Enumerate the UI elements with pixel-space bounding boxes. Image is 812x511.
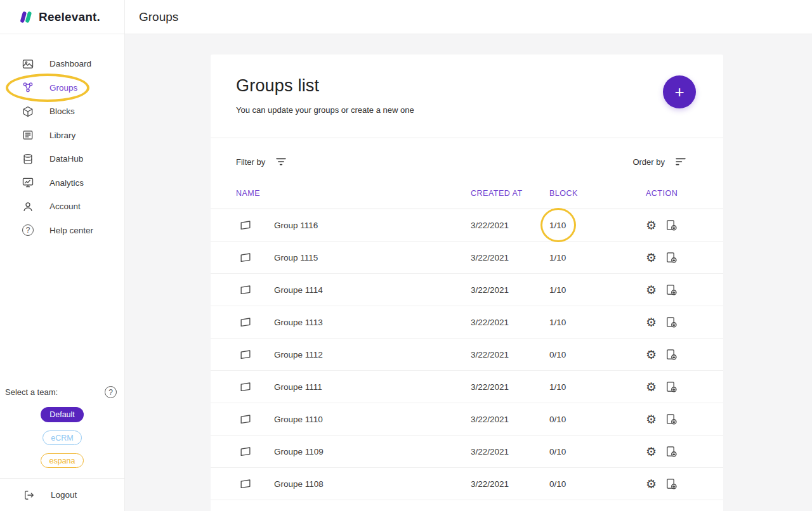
team-pill-default[interactable]: Default: [41, 407, 84, 422]
sidebar-item-label: Account: [49, 202, 81, 211]
table-row[interactable]: Group 11153/22/20211/10⚙: [211, 242, 723, 274]
group-thumbnail-icon: [239, 445, 252, 458]
group-settings-button[interactable]: ⚙: [646, 381, 657, 393]
filter-order-row: Filter by Order by: [211, 138, 723, 178]
group-block-count: 0/10: [549, 447, 646, 456]
group-thumbnail-icon: [239, 477, 252, 490]
group-block-count: 0/10: [549, 350, 646, 359]
top-bar: Reelevant. Groups: [0, 0, 812, 34]
group-name: Groupe 1114: [274, 285, 471, 295]
group-thumbnail-icon: [239, 316, 252, 328]
logout-button[interactable]: Logout: [0, 478, 124, 511]
sidebar-item-label: Blocks: [49, 107, 75, 116]
group-settings-button[interactable]: ⚙: [646, 413, 657, 425]
group-name: Groupe 1113: [274, 318, 471, 327]
sidebar: DashboardGroupsBlocksLibraryDataHubAnaly…: [0, 34, 125, 511]
team-select-label: Select a team:: [5, 387, 58, 397]
sidebar-item-groups[interactable]: Groups: [0, 76, 124, 100]
sort-icon: [674, 155, 688, 169]
group-settings-button[interactable]: ⚙: [646, 349, 657, 361]
order-by-control[interactable]: Order by: [632, 155, 688, 169]
column-header-name: NAME: [236, 189, 471, 198]
group-settings-button[interactable]: ⚙: [646, 446, 657, 458]
group-settings-button[interactable]: ⚙: [646, 284, 657, 296]
team-pill-ecrm[interactable]: eCRM: [43, 430, 82, 445]
group-thumbnail-icon: [239, 251, 252, 264]
sidebar-spacer: [0, 242, 124, 386]
filter-by-control[interactable]: Filter by: [236, 155, 288, 169]
sidebar-item-label: Dashboard: [49, 59, 91, 68]
table-row[interactable]: Group 11163/22/20211/10⚙: [211, 209, 723, 242]
table-row[interactable]: ⚙: [211, 500, 723, 511]
sidebar-item-help-center[interactable]: ?Help center: [0, 219, 124, 243]
group-actions: ⚙: [646, 251, 698, 264]
card-header: Groups list You can update your groups o…: [211, 55, 723, 138]
sidebar-item-dashboard[interactable]: Dashboard: [0, 52, 124, 76]
column-header-action: ACTION: [646, 189, 698, 198]
main-content: Groups list You can update your groups o…: [125, 34, 812, 511]
group-settings-button[interactable]: ⚙: [646, 219, 657, 231]
group-created-at: 3/22/2021: [471, 285, 549, 295]
analytics-icon: [22, 176, 34, 189]
group-export-button[interactable]: [665, 380, 678, 393]
table-row[interactable]: Groupe 11093/22/20210/10⚙: [211, 436, 723, 468]
group-actions: ⚙: [646, 283, 698, 296]
group-actions: ⚙: [646, 445, 698, 458]
group-settings-button[interactable]: ⚙: [646, 478, 657, 490]
add-group-button[interactable]: +: [663, 75, 696, 108]
table-row[interactable]: Groupe 11133/22/20211/10⚙: [211, 306, 723, 339]
group-settings-button[interactable]: ⚙: [646, 316, 657, 328]
group-thumbnail-icon: [239, 348, 252, 361]
group-export-button[interactable]: [665, 413, 678, 425]
order-by-label: Order by: [632, 157, 665, 167]
sidebar-item-library[interactable]: Library: [0, 124, 124, 148]
group-name: Group 1115: [274, 253, 471, 262]
sidebar-item-datahub[interactable]: DataHub: [0, 147, 124, 171]
group-created-at: 3/22/2021: [471, 415, 549, 424]
group-block-count: 0/10: [549, 479, 646, 489]
sidebar-item-account[interactable]: Account: [0, 195, 124, 219]
group-settings-button[interactable]: ⚙: [646, 252, 657, 264]
datahub-icon: [22, 153, 34, 165]
group-export-button[interactable]: [665, 316, 678, 328]
group-export-button[interactable]: [665, 348, 678, 361]
account-icon: [22, 200, 34, 213]
card-title: Groups list: [236, 76, 698, 96]
dashboard-icon: [22, 58, 34, 70]
page-title: Groups: [139, 10, 178, 24]
table-row[interactable]: Groupe 11083/22/20210/10⚙: [211, 468, 723, 500]
group-name: Groupe 1109: [274, 447, 471, 456]
brand-name: Reelevant.: [39, 10, 100, 24]
group-thumbnail-icon: [239, 219, 252, 231]
group-created-at: 3/22/2021: [471, 479, 549, 489]
group-export-button[interactable]: [665, 477, 678, 490]
group-name: Groupe 1111: [274, 382, 471, 392]
group-created-at: 3/22/2021: [471, 350, 549, 359]
sidebar-item-blocks[interactable]: Blocks: [0, 100, 124, 124]
table-row[interactable]: Groupe 11113/22/20211/10⚙: [211, 371, 723, 403]
sidebar-item-analytics[interactable]: Analytics: [0, 171, 124, 195]
group-thumbnail-icon: [239, 283, 252, 296]
group-export-button[interactable]: [665, 445, 678, 458]
group-actions: ⚙: [646, 477, 698, 490]
table-row[interactable]: Groupe 11123/22/20210/10⚙: [211, 339, 723, 371]
groups-icon: [22, 81, 34, 94]
group-name: Groupe 1108: [274, 479, 471, 489]
column-header-created-at: CREATED AT: [471, 189, 549, 198]
table-header: NAME CREATED AT BLOCK ACTION: [211, 178, 723, 209]
group-export-button[interactable]: [665, 251, 678, 264]
sidebar-item-label: DataHub: [49, 154, 83, 164]
group-block-count: 1/10: [549, 285, 646, 295]
sidebar-item-label: Groups: [49, 83, 77, 93]
group-actions: ⚙: [646, 348, 698, 361]
group-export-button[interactable]: [665, 283, 678, 296]
table-row[interactable]: Groupe 11103/22/20210/10⚙: [211, 403, 723, 436]
table-row[interactable]: Groupe 11143/22/20211/10⚙: [211, 274, 723, 306]
card-subtitle: You can update your groups or create a n…: [236, 105, 698, 115]
group-thumbnail-icon: [239, 380, 252, 393]
brand-logo[interactable]: Reelevant.: [0, 0, 125, 34]
group-block-count: 0/10: [549, 415, 646, 424]
team-pill-espana[interactable]: espana: [41, 453, 84, 468]
team-help-icon[interactable]: ?: [105, 386, 117, 398]
group-export-button[interactable]: [665, 219, 678, 231]
